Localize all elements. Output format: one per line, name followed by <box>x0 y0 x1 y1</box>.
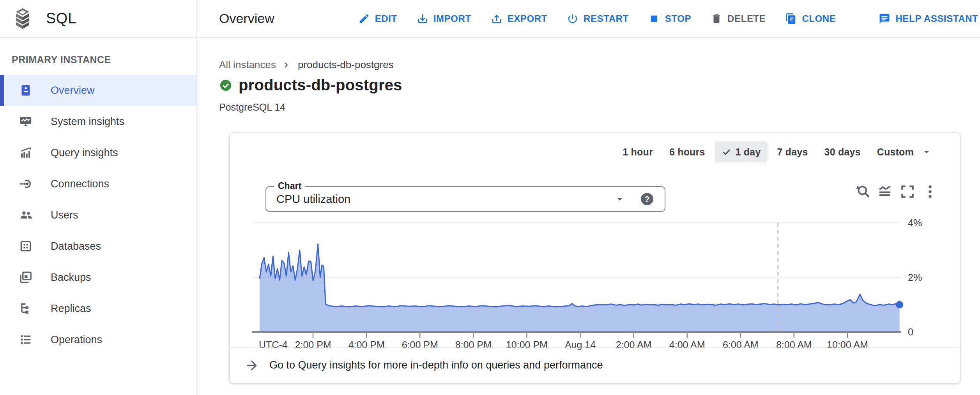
chart-toolbar <box>854 183 938 200</box>
users-icon <box>19 208 33 222</box>
sidebar-item-label: System insights <box>51 116 124 128</box>
action-delete-button[interactable]: DELETE <box>701 6 775 31</box>
instance-icon <box>19 83 33 97</box>
time-range-label: 6 hours <box>669 146 705 158</box>
sidebar-item-label: Connections <box>51 178 109 190</box>
sidebar-item-system-insights[interactable]: System insights <box>0 106 196 137</box>
top-bar: SQL Overview EDITIMPORTEXPORTRESTARTSTOP… <box>0 0 980 38</box>
action-label: STOP <box>665 13 691 24</box>
y-tick-label: 4% <box>908 217 922 228</box>
stop-icon <box>648 13 660 25</box>
sidebar-item-connections[interactable]: Connections <box>0 168 196 199</box>
y-tick-label: 0 <box>908 326 913 337</box>
clone-icon <box>785 13 797 25</box>
cloud-sql-overview-page: { "colors": { "accent_blue": "#1a73e8", … <box>0 0 980 395</box>
header-main: Overview EDITIMPORTEXPORTRESTARTSTOPDELE… <box>197 0 980 37</box>
zoom-reset-icon[interactable] <box>854 183 870 200</box>
action-export-button[interactable]: EXPORT <box>481 6 557 31</box>
action-label: IMPORT <box>433 13 471 24</box>
action-edit-button[interactable]: EDIT <box>348 6 407 31</box>
export-icon <box>491 13 502 25</box>
time-range-6-hours[interactable]: 6 hours <box>663 141 712 162</box>
instance-name: products-db-postgres <box>239 76 402 94</box>
help-assistant-icon <box>879 13 890 25</box>
sidebar-item-users[interactable]: Users <box>0 199 196 231</box>
instance-engine: PostgreSQL 14 <box>219 102 961 113</box>
cpu-line <box>260 244 900 307</box>
more-vert-icon[interactable] <box>922 183 938 200</box>
cpu-utilization-chart[interactable]: 2:00 PM4:00 PM6:00 PM8:00 PM10:00 PMAug … <box>230 215 961 351</box>
action-label: RESTART <box>584 13 629 24</box>
help-icon[interactable]: ? <box>640 192 655 206</box>
action-stop-button[interactable]: STOP <box>639 6 701 31</box>
import-icon <box>417 13 428 25</box>
sidebar-item-label: Users <box>51 209 78 221</box>
product-logo-area: SQL <box>0 0 197 37</box>
metrics-card: 1 hour6 hours1 day7 days30 daysCustom Ch… <box>229 132 961 383</box>
time-range-1-hour[interactable]: 1 hour <box>616 141 660 162</box>
time-range-1-day[interactable]: 1 day <box>715 141 768 162</box>
time-range-custom[interactable]: Custom <box>870 141 939 162</box>
sidebar-item-databases[interactable]: Databases <box>0 231 196 262</box>
action-help-assistant-button[interactable]: HELP ASSISTANT <box>869 6 980 31</box>
time-range-label: 7 days <box>777 146 808 158</box>
time-range-label: Custom <box>877 146 914 158</box>
chart-select[interactable]: Chart CPU utilization ? <box>265 186 665 212</box>
action-label: EDIT <box>375 13 397 24</box>
breadcrumb-current: products-db-postgres <box>298 59 394 71</box>
sidebar-item-backups[interactable]: Backups <box>0 262 196 293</box>
sidebar-item-label: Operations <box>51 334 102 346</box>
product-name: SQL <box>46 10 76 27</box>
action-import-button[interactable]: IMPORT <box>407 6 481 31</box>
replicas-icon <box>19 302 33 316</box>
main-content: All instances products-db-postgres produ… <box>197 38 980 395</box>
sidebar: PRIMARY INSTANCE OverviewSystem insights… <box>0 38 197 395</box>
backups-icon <box>19 270 33 284</box>
sidebar-item-operations[interactable]: Operations <box>0 324 196 355</box>
time-range-label: 30 days <box>824 146 861 158</box>
chevron-down-icon <box>614 193 626 205</box>
instance-title-row: products-db-postgres <box>219 76 961 94</box>
arrow-forward-icon <box>244 358 259 373</box>
edit-icon <box>358 13 370 25</box>
page-title: Overview <box>219 11 274 26</box>
sidebar-item-replicas[interactable]: Replicas <box>0 293 196 324</box>
time-range-7-days[interactable]: 7 days <box>771 141 815 162</box>
sidebar-nav: OverviewSystem insightsQuery insightsCon… <box>0 75 196 355</box>
latest-value-dot <box>896 301 903 309</box>
time-range-30-days[interactable]: 30 days <box>818 141 867 162</box>
chart-select-value: CPU utilization <box>276 193 350 206</box>
system-insights-icon <box>19 115 33 129</box>
delete-icon <box>711 13 722 25</box>
action-clone-button[interactable]: CLONE <box>775 6 846 31</box>
query-insights-link[interactable]: Go to Query insights for more in-depth i… <box>230 347 960 383</box>
sidebar-item-label: Replicas <box>51 303 91 315</box>
sidebar-item-query-insights[interactable]: Query insights <box>0 137 196 168</box>
chart-select-label: Chart <box>274 181 305 191</box>
action-label: CLONE <box>802 13 836 24</box>
sidebar-item-label: Backups <box>51 272 91 284</box>
area-chart-icon[interactable] <box>877 183 893 200</box>
breadcrumb-all-instances[interactable]: All instances <box>219 59 276 71</box>
query-insights-link-text: Go to Query insights for more in-depth i… <box>269 359 603 371</box>
sidebar-item-label: Databases <box>51 240 101 252</box>
action-restart-button[interactable]: RESTART <box>557 6 639 31</box>
check-icon <box>722 147 732 157</box>
connections-icon <box>19 177 33 191</box>
sidebar-item-label: Overview <box>51 85 95 97</box>
action-label: EXPORT <box>508 13 547 24</box>
time-range-label: 1 hour <box>623 146 653 158</box>
caret-down-icon <box>921 146 932 158</box>
chevron-right-icon <box>281 60 292 71</box>
header-actions: EDITIMPORTEXPORTRESTARTSTOPDELETECLONEHE… <box>348 6 980 31</box>
cpu-area-fill <box>260 244 900 332</box>
fullscreen-icon[interactable] <box>899 183 916 200</box>
restart-icon <box>567 13 578 25</box>
sidebar-item-overview[interactable]: Overview <box>0 75 196 106</box>
cloud-sql-logo-icon <box>13 8 32 30</box>
time-range-label: 1 day <box>736 146 761 158</box>
svg-text:?: ? <box>644 195 649 204</box>
status-running-icon <box>219 79 232 92</box>
action-label: HELP ASSISTANT <box>895 13 978 24</box>
sidebar-section-title: PRIMARY INSTANCE <box>12 54 196 65</box>
